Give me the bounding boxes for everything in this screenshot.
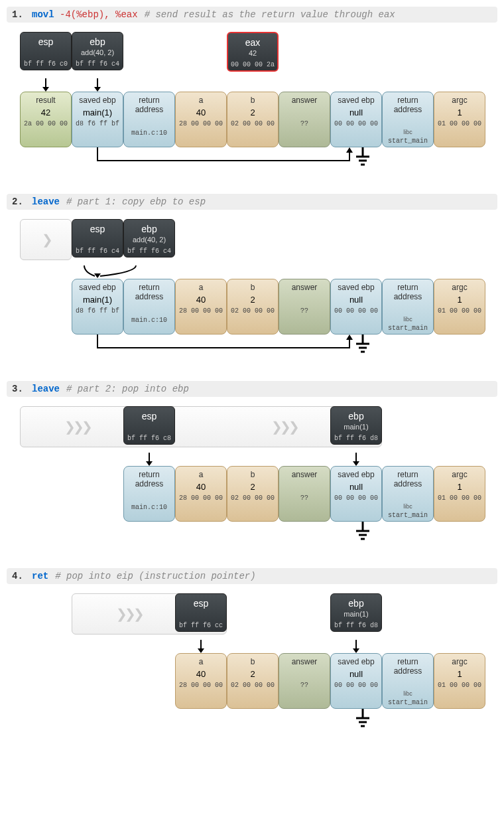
cell-hex: 00 00 00 00 (332, 307, 380, 315)
cell-value: null (332, 108, 380, 118)
register-name: esp (125, 411, 173, 421)
instruction: movl (32, 9, 54, 20)
step-number: 3. (12, 384, 25, 394)
arrow-row (20, 640, 497, 652)
cell-name: answer (281, 470, 328, 479)
cell-hex: d8 f6 ff bf (74, 307, 121, 315)
cell-name: return (384, 283, 432, 292)
stack-cell: returnaddress libcstart_main (382, 92, 434, 147)
stack-cell: a4028 00 00 00 (175, 92, 227, 147)
arrow-down-icon (97, 78, 98, 90)
register-ebp: ebpmain(1)bf ff f6 d8 (330, 406, 382, 445)
cell-hex: 01 00 00 00 (436, 120, 483, 127)
cell-hex: 01 00 00 00 (436, 494, 483, 502)
stack-cell: a4028 00 00 00 (175, 466, 227, 522)
cell-hex: main.c:10 (125, 129, 173, 137)
stack-row: a4028 00 00 00b202 00 00 00answer ??save… (20, 653, 497, 709)
arrow-down-icon (355, 640, 357, 652)
cell-hex: main.c:10 (125, 317, 173, 324)
stack-cell: answer ?? (279, 466, 330, 522)
cell-hex: ?? (281, 682, 328, 689)
stack-cell: b202 00 00 00 (227, 279, 279, 335)
register-sub: 42 (229, 49, 276, 58)
register-esp: esp bf ff f6 c0 (20, 32, 72, 70)
comment: # pop into eip (instruction pointer) (55, 571, 255, 581)
cell-value: null (332, 482, 380, 492)
comment: # send result as the return value throug… (145, 9, 395, 20)
arrow-row (20, 78, 497, 90)
register-name: esp (74, 224, 121, 234)
cell-value (281, 108, 328, 118)
cell-hex: ?? (281, 494, 328, 502)
cell-hex: start_main (384, 137, 432, 145)
cell-value: 2 (229, 108, 277, 118)
cell-value (384, 491, 432, 502)
stack-cell: returnaddress libcstart_main (382, 653, 434, 709)
cell-hex: ?? (281, 120, 328, 127)
cell-value: 40 (177, 482, 225, 492)
register-name: esp (22, 37, 70, 47)
cell-hex: 01 00 00 00 (436, 682, 483, 689)
cell-hex: start_main (384, 512, 432, 519)
registers-row: ❯esp bf ff f6 c4ebpadd(40, 2)bf ff f6 c4 (20, 219, 175, 262)
stack-cell: answer ?? (279, 279, 330, 335)
ground-icon (356, 709, 383, 735)
cell-name: b (229, 283, 277, 292)
cell-name: saved ebp (74, 96, 121, 105)
cell-name: result (22, 96, 70, 105)
cell-value: 42 (22, 108, 70, 118)
stack-cell: returnaddress libcstart_main (382, 279, 434, 335)
cell-name: return (125, 96, 173, 105)
cell-value: 2 (229, 295, 277, 305)
stack-cell: b202 00 00 00 (227, 92, 279, 147)
cell-hex: 00 00 00 00 (332, 494, 380, 502)
cell-hex: 02 00 00 00 (229, 307, 277, 315)
cell-hex: 28 00 00 00 (177, 307, 225, 315)
cell-name: argc (436, 470, 483, 479)
register-eax: eax4200 00 00 2a (227, 32, 279, 72)
stack-cell: returnaddress main.c:10 (123, 279, 175, 335)
register-hex: bf ff f6 c0 (22, 60, 70, 68)
cell-hex: ?? (281, 307, 328, 315)
register-sub: main(1) (332, 423, 380, 432)
arrow-down-icon (200, 640, 202, 652)
register-name: ebp (332, 411, 380, 421)
register-sub (22, 48, 70, 58)
stack-cell: saved ebpnull00 00 00 00 (330, 466, 382, 522)
cell-subhex: libc (384, 503, 432, 510)
cell-hex: 01 00 00 00 (436, 307, 483, 315)
cell-hex: 02 00 00 00 (229, 682, 277, 689)
step-number: 2. (12, 196, 25, 207)
register-ebp: ebpmain(1)bf ff f6 d8 (330, 593, 382, 632)
cell-name: saved ebp (332, 96, 380, 105)
cell-hex: 28 00 00 00 (177, 120, 225, 127)
cell-name: b (229, 470, 277, 479)
step-number: 1. (12, 9, 25, 20)
cell-name: argc (436, 657, 483, 666)
cell-name: answer (281, 96, 328, 105)
cell-value: 40 (177, 295, 225, 305)
register-sub: main(1) (332, 610, 380, 619)
cell-hex: main.c:10 (125, 504, 173, 511)
cell-sub: address (384, 666, 432, 676)
cell-hex: 00 00 00 00 (332, 682, 380, 689)
registers-row: ❯❯❯esp bf ff f6 ccebpmain(1)bf ff f6 d8 (20, 593, 382, 636)
cell-value (281, 482, 328, 492)
register-hex: bf ff f6 c8 (125, 435, 173, 442)
register-hex: bf ff f6 cc (177, 622, 225, 629)
cell-subhex: libc (384, 690, 432, 697)
cell-value: main(1) (74, 108, 121, 118)
cell-value: 40 (177, 669, 225, 680)
cell-name: a (177, 283, 225, 292)
cell-name: a (177, 657, 225, 666)
cell-hex: 28 00 00 00 (177, 682, 225, 689)
stack-row: result422a 00 00 00saved ebpmain(1)d8 f6… (20, 92, 497, 147)
register-hex: 00 00 00 2a (229, 61, 276, 68)
ghost-strip: ❯❯❯❯❯❯ (20, 406, 382, 447)
cell-value (281, 295, 328, 305)
cell-name: saved ebp (332, 657, 380, 666)
register-name: ebp (74, 37, 121, 47)
stack-cell: returnaddress libcstart_main (382, 466, 434, 522)
cell-hex: d8 f6 ff bf (74, 120, 121, 127)
cell-name: saved ebp (332, 283, 380, 292)
